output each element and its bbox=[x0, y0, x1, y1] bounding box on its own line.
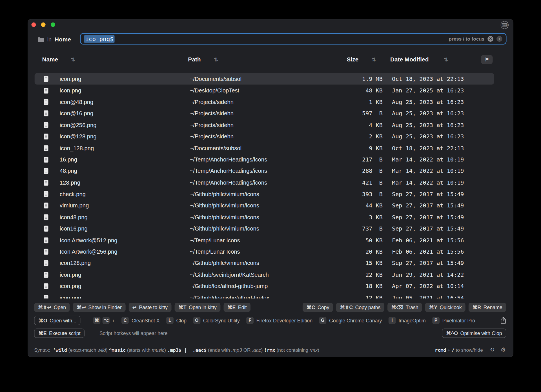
key-combo: ⌘T bbox=[178, 305, 187, 310]
action-label: Optimise with Clop bbox=[460, 330, 502, 336]
table-row[interactable]: Icon Artwork@512.png~/Temp/Lunar Icons 5… bbox=[34, 234, 494, 246]
action-show-in-finder[interactable]: ⌘↩Show in Finder bbox=[73, 303, 126, 312]
table-row[interactable]: icon128.png~/Github/philc/vimium/icons 1… bbox=[34, 258, 494, 269]
action-open-in-kitty[interactable]: ⌘TOpen in kitty bbox=[174, 303, 220, 312]
minimize-window-button[interactable] bbox=[41, 23, 46, 27]
action-label: Execute script bbox=[49, 330, 81, 336]
close-window-button[interactable] bbox=[31, 23, 36, 27]
column-header-size[interactable]: Size bbox=[347, 56, 359, 63]
table-row[interactable]: icon.png~/Github/deanishe/alfred-firefox… bbox=[34, 292, 494, 298]
column-header-path[interactable]: Path bbox=[188, 56, 201, 63]
table-row[interactable]: icon_128.png~/Documents/subsol 9 KBOct 1… bbox=[34, 142, 494, 154]
cell-path: ~/Github/philc/vimium/icons bbox=[190, 225, 303, 232]
cell-name: icon16.png bbox=[60, 225, 190, 232]
app-shortcut-cleanshot-x[interactable]: CCleanShot X bbox=[121, 317, 159, 324]
clear-search-icon[interactable]: ✕ bbox=[487, 36, 493, 42]
search-input[interactable]: ico png$ press / to focus ✕ ＋ bbox=[80, 33, 506, 45]
table-row[interactable]: 16.png~/Temp/AnchorHeadings/icons217 BMa… bbox=[34, 154, 494, 165]
cell-name: icon_128.png bbox=[60, 145, 190, 151]
table-row[interactable]: icon@48.png~/Projects/sidehn 1 KBAug 25,… bbox=[34, 96, 494, 108]
settings-gear-icon[interactable]: ⚙ bbox=[500, 346, 506, 353]
table-row[interactable]: 128.png~/Temp/AnchorHeadings/icons421 BM… bbox=[34, 177, 494, 189]
table-row[interactable]: icon@256.png~/Projects/sidehn 4 KBAug 25… bbox=[34, 119, 494, 131]
table-row[interactable]: icon16.png~/Github/philc/vimium/icons737… bbox=[34, 223, 494, 234]
cell-name: icon128.png bbox=[60, 260, 190, 267]
toggle-segment: + bbox=[446, 347, 452, 353]
cell-size: 217 B bbox=[304, 156, 392, 163]
action-open[interactable]: ⌘⇧↩Open bbox=[34, 303, 70, 312]
key-combo: ↩ bbox=[132, 305, 137, 310]
cell-size: 48 KB bbox=[304, 87, 392, 94]
syntax-segment: (not containing bbox=[275, 347, 310, 353]
scope-location: Home bbox=[55, 36, 71, 43]
flag-filter-button[interactable]: ⚑ bbox=[481, 55, 493, 64]
cell-name: icon.png bbox=[60, 87, 190, 94]
table-row[interactable]: icon.png~/Desktop/ClopTest 48 KBJan 27, … bbox=[34, 85, 494, 96]
plus-sign: + bbox=[112, 318, 115, 323]
sort-icon-date-modified[interactable]: ⇅ bbox=[444, 57, 448, 63]
toggle-segment: rcmd bbox=[435, 347, 446, 353]
file-icon bbox=[43, 214, 50, 220]
cell-path: ~/Github/philc/vimium/icons bbox=[190, 202, 303, 209]
search-focus-hint: press / to focus bbox=[449, 36, 484, 42]
table-row[interactable]: icon48.png~/Github/philc/vimium/icons 3 … bbox=[34, 211, 494, 223]
cell-date: Jun 05, 2021 at 16:54 bbox=[392, 294, 494, 298]
action-copy-paths[interactable]: ⌘⇧CCopy paths bbox=[336, 303, 384, 312]
sort-icon-size[interactable]: ⇅ bbox=[372, 57, 376, 63]
cell-size: 3 KB bbox=[304, 214, 392, 220]
table-row[interactable]: check.png~/Github/philc/vimium/icons393 … bbox=[34, 188, 494, 200]
app-shortcut-list: CCleanShot XLClopOColorSync UtilityFFire… bbox=[121, 317, 475, 324]
app-shortcut-pixelmator-pro[interactable]: PPixelmator Pro bbox=[432, 317, 475, 324]
syntax-segment: ) bbox=[261, 347, 264, 353]
optimise-with-clop-button[interactable]: ⌘^O Optimise with Clop bbox=[442, 329, 506, 338]
action-label: Open bbox=[54, 305, 66, 310]
table-row[interactable]: 48.png~/Temp/AnchorHeadings/icons288 BMa… bbox=[34, 165, 494, 177]
syntax-segment: 'wild bbox=[53, 347, 67, 353]
cell-size: 421 B bbox=[304, 179, 392, 186]
action-copy[interactable]: ⌘CCopy bbox=[303, 303, 333, 312]
app-shortcut-firefox-developer-edition[interactable]: FFirefox Developer Edition bbox=[246, 317, 312, 324]
syntax-segment: ) bbox=[106, 347, 109, 353]
action-edit[interactable]: ⌘EEdit bbox=[223, 303, 250, 312]
action-rename[interactable]: ⌘RRename bbox=[469, 303, 506, 312]
app-shortcut-imageoptim[interactable]: IImageOptim bbox=[389, 317, 426, 324]
sort-icon-name[interactable]: ⇅ bbox=[71, 57, 75, 63]
cell-date: Jun 29, 2021 at 14:22 bbox=[392, 271, 494, 278]
cell-date: Apr 07, 2022 at 10:14 bbox=[392, 283, 494, 289]
column-header-date-modified[interactable]: Date Modified bbox=[390, 56, 429, 63]
cell-size: 2 KB bbox=[304, 133, 392, 140]
app-label: CleanShot X bbox=[132, 318, 160, 323]
cell-name: icon@48.png bbox=[60, 99, 190, 105]
modifier-hint: ⌘ ⌥ + bbox=[93, 317, 115, 324]
action-trash[interactable]: ⌘⌫Trash bbox=[387, 303, 422, 312]
execute-script-button[interactable]: ⌘E Execute script bbox=[34, 329, 85, 338]
app-shortcut-colorsync-utility[interactable]: OColorSync Utility bbox=[193, 317, 240, 324]
table-row[interactable]: vimium.png~/Github/philc/vimium/icons 44… bbox=[34, 200, 494, 211]
file-icon bbox=[43, 76, 50, 82]
key-combo: ⌘⇧C bbox=[340, 305, 353, 310]
action-quicklook[interactable]: ⌘YQuicklook bbox=[425, 303, 465, 312]
cell-path: ~/Documents/subsol bbox=[190, 145, 303, 151]
share-button[interactable] bbox=[500, 317, 506, 324]
column-header-name[interactable]: Name bbox=[42, 56, 58, 63]
action-label: Rename bbox=[484, 305, 502, 310]
app-shortcut-clop[interactable]: LClop bbox=[166, 317, 187, 324]
table-row[interactable]: icon@128.png~/Projects/sidehn 2 KBAug 25… bbox=[34, 131, 494, 142]
action-paste-to-kitty[interactable]: ↩Paste to kitty bbox=[128, 303, 171, 312]
table-row[interactable]: icon.png~/Github/sveinbjornt/KatSearch 2… bbox=[34, 269, 494, 281]
cell-path: ~/Projects/sidehn bbox=[190, 110, 303, 117]
open-with-button[interactable]: ⌘O Open with... bbox=[34, 316, 80, 325]
refresh-icon[interactable]: ↻ bbox=[490, 346, 495, 353]
app-shortcut-google-chrome-canary[interactable]: GGoogle Chrome Canary bbox=[319, 317, 382, 324]
table-row[interactable]: Icon Artwork@256.png~/Temp/Lunar Icons 2… bbox=[34, 246, 494, 258]
table-row[interactable]: icon.png~/Documents/subsol1.9 MBOct 18, … bbox=[34, 73, 494, 85]
cell-path: ~/Documents/subsol bbox=[190, 76, 303, 82]
table-row[interactable]: icon@16.png~/Projects/sidehn597 BAug 25,… bbox=[34, 108, 494, 119]
search-scope[interactable]: in Home bbox=[37, 34, 71, 45]
zoom-window-button[interactable] bbox=[51, 23, 55, 27]
add-filter-icon[interactable]: ＋ bbox=[496, 36, 502, 42]
table-row[interactable]: icon.png~/Github/lox/alfred-github-jump … bbox=[34, 281, 494, 292]
action-label: Copy paths bbox=[355, 305, 381, 310]
sort-icon-path[interactable]: ⇅ bbox=[214, 57, 218, 63]
keyboard-access-icon[interactable]: ⌨ bbox=[501, 21, 509, 29]
